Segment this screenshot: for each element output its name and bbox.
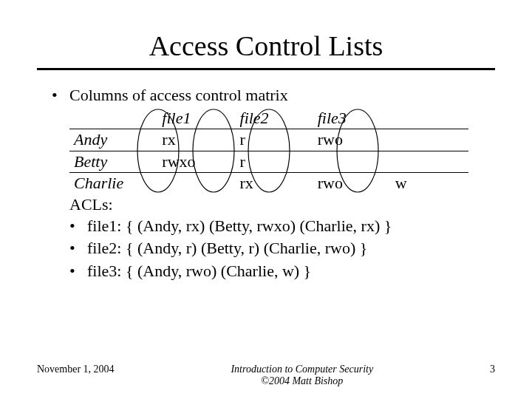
- slide-title: Access Control Lists: [37, 30, 495, 62]
- col-header: [391, 108, 468, 129]
- cell: rx: [236, 173, 313, 194]
- acls-block: ACLs: • file1: { (Andy, rx) (Betty, rwxo…: [69, 194, 495, 282]
- title-rule: [37, 68, 495, 70]
- cell: r: [236, 129, 313, 151]
- bullet-dot-icon: •: [69, 216, 87, 237]
- footer-title: Introduction to Computer Security: [231, 364, 373, 375]
- col-header: file1: [157, 108, 235, 129]
- row-name: Charlie: [69, 173, 157, 194]
- cell: rwo: [313, 129, 391, 151]
- bullet-dot-icon: •: [69, 261, 87, 282]
- table-row: Andy rx r rwo: [69, 129, 468, 151]
- acl-line: • file3: { (Andy, rwo) (Charlie, w) }: [69, 261, 495, 282]
- row-name: Betty: [69, 151, 157, 173]
- cell: rx: [157, 129, 235, 151]
- acls-label: ACLs:: [69, 194, 495, 216]
- table-header-row: file1 file2 file3: [69, 108, 468, 129]
- cell: r: [236, 151, 313, 173]
- access-matrix-table: file1 file2 file3 Andy rx r rwo Betty rw…: [69, 108, 468, 194]
- slide-content: • Columns of access control matrix file1…: [37, 85, 495, 282]
- footer-page-number: 3: [490, 364, 495, 375]
- acl-line: • file1: { (Andy, rx) (Betty, rwxo) (Cha…: [69, 216, 495, 237]
- cell: rwxo: [157, 151, 235, 173]
- cell: [391, 129, 468, 151]
- bullet-dot-icon: •: [52, 85, 69, 106]
- col-header: file3: [313, 108, 391, 129]
- footer-copyright: ©2004 Matt Bishop: [231, 375, 373, 387]
- bullet-dot-icon: •: [69, 238, 87, 259]
- bullet-intro-text: Columns of access control matrix: [69, 85, 288, 106]
- acl-text: file3: { (Andy, rwo) (Charlie, w) }: [87, 261, 311, 282]
- table-row: Charlie rx rwo w: [69, 173, 468, 194]
- cell: [313, 151, 391, 173]
- cell: [391, 151, 468, 173]
- table-row: Betty rwxo r: [69, 151, 468, 173]
- footer-date: November 1, 2004: [37, 364, 115, 375]
- row-name: Andy: [69, 129, 157, 151]
- col-header: file2: [236, 108, 313, 129]
- footer-center: Introduction to Computer Security ©2004 …: [231, 364, 373, 387]
- cell: [157, 173, 235, 194]
- cell: rwo: [313, 173, 391, 194]
- bullet-intro: • Columns of access control matrix: [52, 85, 495, 106]
- matrix-table-wrap: file1 file2 file3 Andy rx r rwo Betty rw…: [69, 108, 468, 194]
- cell: w: [391, 173, 468, 194]
- slide-footer: November 1, 2004 Introduction to Compute…: [37, 364, 495, 387]
- acl-text: file2: { (Andy, r) (Betty, r) (Charlie, …: [87, 238, 367, 259]
- acl-text: file1: { (Andy, rx) (Betty, rwxo) (Charl…: [87, 216, 392, 237]
- acl-line: • file2: { (Andy, r) (Betty, r) (Charlie…: [69, 238, 495, 259]
